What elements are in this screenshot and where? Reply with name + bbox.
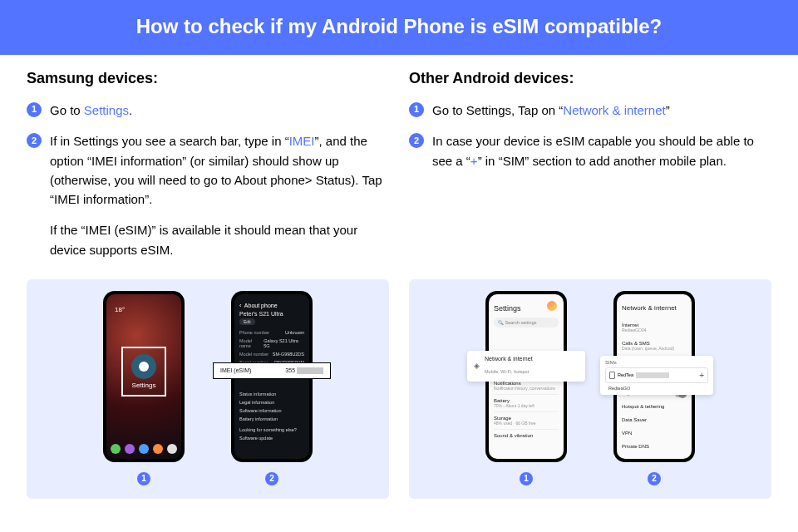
- text: .: [129, 103, 132, 117]
- plus-icon: +: [699, 371, 704, 380]
- instruction-columns: Samsung devices: 1 Go to Settings. 2 If …: [0, 55, 798, 271]
- other-step-1: 1 Go to Settings, Tap on “Network & inte…: [409, 101, 771, 120]
- other-step-2: 2 In case your device is eSIM capable yo…: [409, 131, 771, 170]
- network-internet-link[interactable]: Network & internet: [563, 103, 665, 117]
- screenshot-gallery: 18° Settings 1 ‹ About phone Peter's S21…: [0, 271, 798, 499]
- gear-icon: [131, 354, 156, 379]
- sim-name: RedTea: [618, 372, 633, 377]
- plus-link[interactable]: +: [470, 154, 478, 168]
- device-name: Peter's S21 Ultra: [239, 311, 304, 317]
- step-number-icon: 1: [27, 102, 42, 117]
- samsung-step-1: 1 Go to Settings.: [27, 101, 389, 120]
- text: Go to: [50, 103, 84, 117]
- masked-value: [636, 372, 669, 378]
- callout-title: Network & internet: [485, 356, 533, 362]
- settings-app-highlight: Settings: [121, 347, 166, 397]
- settings-app-label: Settings: [132, 382, 156, 389]
- back-icon: ‹: [239, 303, 241, 308]
- text: If in Settings you see a search bar, typ…: [50, 134, 289, 148]
- profile-blob-icon: [547, 301, 557, 311]
- imei-esim-callout: IMEI (eSIM) 355: [213, 362, 331, 379]
- samsung-step-2: 2 If in Settings you see a search bar, t…: [27, 131, 389, 259]
- other-heading: Other Android devices:: [409, 70, 771, 87]
- sim-secondary: RedteaGO: [608, 386, 708, 391]
- samsung-shot-2: ‹ About phone Peter's S21 Ultra Edit Pho…: [231, 291, 313, 485]
- samsung-shot-1: 18° Settings 1: [103, 291, 185, 485]
- network-internet-title: Network & internet: [622, 304, 687, 312]
- step-number-icon: 2: [409, 133, 424, 148]
- samsung-column: Samsung devices: 1 Go to Settings. 2 If …: [27, 70, 389, 271]
- other-panel: Settings 🔍 Search settings AppsAssistant…: [409, 279, 771, 499]
- caption-badge: 2: [265, 472, 278, 485]
- text: ”: [666, 103, 670, 117]
- samsung-heading: Samsung devices:: [27, 70, 389, 87]
- imei-link[interactable]: IMEI: [289, 134, 315, 148]
- about-phone-header: About phone: [244, 303, 278, 308]
- imei-value-prefix: 355: [285, 367, 295, 373]
- step-number-icon: 1: [409, 102, 424, 117]
- page-title-banner: How to check if my Android Phone is eSIM…: [0, 0, 798, 55]
- app-dock: [106, 444, 181, 454]
- search-settings: 🔍 Search settings: [494, 318, 559, 328]
- imei-esim-label: IMEI (eSIM): [220, 367, 251, 373]
- edit-button: Edit: [239, 318, 255, 325]
- weather-widget: 18°: [115, 306, 125, 313]
- samsung-step-2-extra: If the “IMEI (eSIM)” is available it sho…: [50, 220, 389, 259]
- network-internet-callout: ◈ Network & internetMobile, Wi-Fi, hotsp…: [467, 351, 585, 382]
- text: ” in “SIM” section to add another mobile…: [478, 154, 727, 168]
- sims-callout: SIMs RedTea + RedteaGO: [600, 356, 713, 395]
- text: Go to Settings, Tap on “: [432, 103, 563, 117]
- other-shot-1: Settings 🔍 Search settings AppsAssistant…: [485, 291, 567, 485]
- sims-label: SIMs: [605, 360, 708, 365]
- caption-badge: 2: [648, 472, 661, 485]
- caption-badge: 1: [520, 472, 533, 485]
- wifi-icon: ◈: [474, 362, 480, 370]
- samsung-panel: 18° Settings 1 ‹ About phone Peter's S21…: [27, 279, 389, 499]
- callout-sub: Mobile, Wi-Fi, hotspot: [485, 369, 529, 374]
- sim-icon: [609, 372, 615, 379]
- other-column: Other Android devices: 1 Go to Settings,…: [409, 70, 771, 271]
- masked-value: [297, 367, 323, 374]
- settings-link[interactable]: Settings: [84, 103, 129, 117]
- step-number-icon: 2: [27, 133, 42, 148]
- caption-badge: 1: [137, 472, 150, 485]
- other-shot-2: Network & internet InternetRedteaGO04 Ca…: [613, 291, 695, 485]
